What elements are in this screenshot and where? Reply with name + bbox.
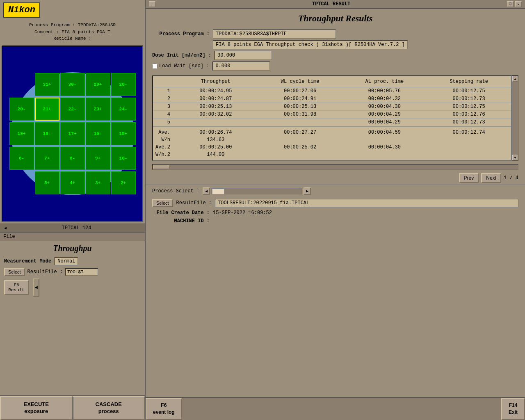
wafer-cell[interactable]: 23+ [86, 98, 110, 121]
fn-spacer [182, 398, 501, 420]
select-button-right[interactable]: Select [152, 199, 173, 207]
process-select-label: Process Select : [152, 188, 199, 194]
table-header-row: Throughput WL cycle time AL proc. time S… [153, 76, 511, 87]
execute-exposure-button[interactable]: EXECUTEexposure [0, 396, 73, 420]
tptcal-collapse-btn[interactable]: ◀ [1, 226, 9, 231]
scroll-up-button[interactable]: ▲ [512, 76, 518, 82]
cascade-process-button[interactable]: CASCADEprocess [73, 396, 145, 420]
f6-sub: Result [8, 288, 25, 292]
fn-bar: F6 event log F14 Exit [146, 397, 525, 420]
footer-ave-al: 00:00:04.59 [342, 130, 427, 135]
table-row: 1 00:00:24.95 00:00:27.06 00:00:05.76 00… [153, 87, 511, 95]
row-wl [258, 119, 342, 125]
wafer-cell[interactable]: 28- [111, 73, 136, 96]
h-scrollbar[interactable] [152, 164, 518, 170]
result-file-label-right: ResultFile : [176, 200, 212, 206]
wafer-cell[interactable]: 7+ [35, 147, 59, 170]
row-al: 00:00:04.30 [342, 104, 427, 110]
file-row: Select ResultFile : TOOL$I [0, 267, 145, 277]
load-wait-label: Load Wait [sec] : [159, 63, 209, 69]
row-num: 5 [153, 119, 173, 125]
slider-right-arrow[interactable]: ▶ [304, 187, 311, 195]
select-button-left[interactable]: Select [4, 268, 25, 276]
reticle-name: Reticle Name : [3, 35, 142, 42]
wafer-cell[interactable]: 16- [86, 122, 110, 145]
table-row: 2 00:00:24.87 00:00:24.91 00:00:04.32 00… [153, 95, 511, 103]
footer-wh-wl [258, 137, 342, 143]
process-program-left: Process Program : TPDDATA:258USR [3, 22, 142, 29]
footer-wh2-stepping [427, 152, 511, 158]
row-wl: 00:00:27.06 [258, 88, 342, 94]
close-button[interactable]: ✕ [515, 1, 522, 7]
footer-wh-label: W/h [153, 137, 173, 143]
wafer-cell[interactable]: 6- [9, 147, 34, 170]
right-panel: — TPTCAL RESULT □ ✕ Throughput Results P… [146, 0, 525, 420]
table-vscroll: ▲ ▼ [512, 75, 518, 161]
scroll-down-button[interactable]: ▼ [512, 155, 518, 160]
wafer-cell[interactable]: 31+ [35, 73, 59, 96]
col-wl-header: WL cycle time [258, 79, 342, 84]
result-file-input-left: TOOL$I [65, 268, 98, 276]
slider-left-arrow[interactable]: ◀ [203, 187, 210, 195]
wafer-cell[interactable]: 18- [35, 122, 59, 145]
row-throughput: 00:00:24.95 [173, 88, 258, 94]
nav-row: Prev Next 1 / 4 [146, 171, 525, 185]
row-throughput: 00:00:25.13 [173, 104, 258, 110]
row-stepping: 00:00:12.76 [427, 112, 511, 117]
row-num: 2 [153, 96, 173, 102]
wafer-cell[interactable]: 19+ [9, 122, 34, 145]
window-title: TPTCAL RESULT [157, 1, 505, 7]
wafer-cell-empty [9, 73, 34, 96]
load-wait-checkbox[interactable] [152, 64, 158, 69]
wafer-cell[interactable]: 5+ [35, 171, 59, 194]
f6-fn-label: F6 [161, 402, 167, 408]
left-lower: File Throughpu Measurement Mode Normal S… [0, 233, 145, 396]
f14-exit-button[interactable]: F14 Exit [501, 398, 525, 420]
wafer-cell[interactable]: 29+ [86, 73, 110, 96]
dose-row: Dose Init [mJ/cm2] : 30.000 [152, 51, 518, 60]
footer-ave-label: Ave. [153, 130, 173, 135]
h-scrollbar-thumb[interactable] [153, 165, 170, 169]
footer-ave2-wl: 00:00:25.02 [258, 144, 342, 150]
wafer-cell[interactable]: 4+ [60, 171, 85, 194]
throughput-title-left: Throughpu [0, 241, 145, 256]
wafer-cell[interactable]: 22- [60, 98, 85, 121]
col-throughput-header: Throughput [173, 79, 258, 84]
slider-track[interactable] [212, 188, 302, 194]
process-slider-container: ◀ ▶ [203, 187, 311, 195]
page-indicator: 1 / 4 [504, 175, 518, 181]
next-button[interactable]: Next [481, 173, 501, 183]
row-stepping: 00:00:12.73 [427, 119, 511, 125]
file-create-row: File Create Date : 15-SEP-2022 16:09:52 [146, 209, 525, 217]
side-collapse-btn[interactable]: ◀ [33, 278, 39, 297]
window-titlebar: — TPTCAL RESULT □ ✕ [146, 0, 525, 9]
form-section: Process Program : TPDDATA:$258USR3A$THRP… [146, 28, 525, 72]
nikon-header: Nikon [0, 0, 145, 20]
wafer-cell[interactable]: 9+ [86, 147, 110, 170]
row-throughput: 00:00:32.02 [173, 112, 258, 117]
wafer-cell[interactable]: 30- [60, 73, 85, 96]
wafer-cell[interactable]: 15+ [111, 122, 136, 145]
f14-fn-label: F14 [509, 402, 518, 408]
wafer-cell[interactable]: 20- [9, 98, 34, 121]
wafer-cell[interactable]: 24- [111, 98, 136, 121]
wafer-row: 31+ 30- 29+ 28- [9, 73, 136, 96]
prev-button[interactable]: Prev [459, 173, 479, 183]
wafer-cell[interactable]: 3+ [86, 171, 110, 194]
wafer-row: 20- 21+ 22- 23+ 24- [9, 98, 136, 121]
wafer-cell[interactable]: 8- [60, 147, 85, 170]
table-row: 4 00:00:32.02 00:00:31.98 00:00:04.29 00… [153, 111, 511, 119]
menu-bar[interactable]: File [0, 233, 145, 241]
f6-event-log-button[interactable]: F6 event log [146, 398, 182, 420]
table-row: 3 00:00:25.13 00:00:25.13 00:00:04.30 00… [153, 103, 511, 111]
slider-thumb[interactable] [212, 189, 224, 194]
maximize-button[interactable]: □ [507, 1, 514, 7]
f6-result-button[interactable]: F6 Result [4, 280, 29, 295]
wafer-cell-selected[interactable]: 21+ [35, 98, 59, 121]
wafer-cell[interactable]: 17+ [60, 122, 85, 145]
minimize-button[interactable]: — [149, 1, 155, 7]
row-throughput [173, 119, 258, 125]
wafer-cell[interactable]: 2+ [111, 171, 136, 194]
wafer-cell[interactable]: 10- [111, 147, 136, 170]
result-file-input-right: TOOL$RESULT:20220915_fia.TPTCAL [215, 199, 518, 207]
